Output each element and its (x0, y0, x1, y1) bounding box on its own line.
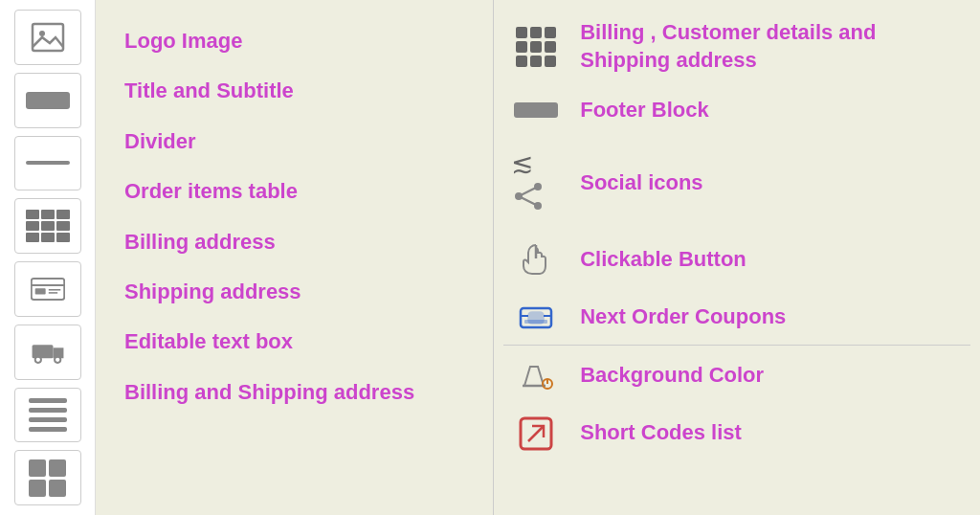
left-item-logo-image[interactable]: Logo Image (115, 17, 474, 65)
coupon-icon-container (511, 301, 561, 335)
sidebar-item-truck[interactable] (14, 325, 81, 380)
sidebar-item-lines[interactable] (14, 388, 81, 443)
left-item-order-items-table[interactable]: Order items table (115, 168, 474, 215)
touch-icon-container (511, 243, 561, 278)
right-row-clickable-button[interactable]: Clickable Button (503, 234, 970, 287)
left-item-title-subtitle[interactable]: Title and Subtitle (115, 67, 474, 115)
left-item-editable-text-box[interactable]: Editable text box (115, 318, 474, 366)
sidebar-item-card[interactable] (14, 261, 81, 317)
sidebar-item-image[interactable] (14, 10, 81, 65)
table-icon-shape (26, 210, 70, 242)
svg-line-22 (528, 426, 544, 441)
svg-point-1 (39, 31, 45, 36)
sidebar (0, 0, 96, 515)
paint-icon-container (511, 359, 561, 393)
sidebar-item-four-squares[interactable] (14, 450, 81, 505)
svg-point-10 (55, 356, 60, 362)
ext-link-icon-container (511, 416, 561, 451)
right-label-footer-block: Footer Block (580, 97, 708, 124)
svg-line-15 (519, 196, 538, 206)
left-item-shipping-address[interactable]: Shipping address (115, 268, 474, 316)
svg-rect-18 (524, 320, 547, 324)
svg-point-9 (34, 356, 40, 362)
share-icon-container: ≲ (511, 147, 561, 220)
right-label-social-icons: Social icons (580, 169, 702, 197)
flat-rect-icon-container (511, 102, 561, 118)
right-row-background-color[interactable]: Background Color (503, 349, 970, 403)
svg-rect-0 (33, 24, 63, 51)
right-label-background-color: Background Color (580, 362, 764, 390)
lines-icon-shape (29, 398, 67, 432)
left-item-billing-address[interactable]: Billing address (115, 218, 474, 266)
left-panel: Logo Image Title and Subtitle Divider Or… (96, 0, 494, 515)
left-item-billing-shipping-address[interactable]: Billing and Shipping address (115, 369, 474, 416)
main-content: Logo Image Title and Subtitle Divider Or… (96, 0, 980, 515)
svg-line-14 (519, 187, 538, 196)
right-row-social-icons[interactable]: ≲ Social icons (503, 138, 970, 230)
right-row-billing-details[interactable]: Billing , Customer details and Shipping … (503, 10, 970, 83)
right-panel: Billing , Customer details and Shipping … (494, 0, 980, 515)
divider-icon-shape (26, 161, 70, 165)
big-grid-icon-container (511, 27, 561, 67)
svg-rect-7 (32, 345, 53, 358)
rect-icon-shape (26, 92, 70, 109)
left-item-divider[interactable]: Divider (115, 118, 474, 166)
right-label-next-order-coupons: Next Order Coupons (580, 303, 786, 331)
share-icon: ≲ (511, 147, 561, 220)
right-row-footer-block[interactable]: Footer Block (503, 87, 970, 134)
right-label-short-codes-list: Short Codes list (580, 419, 742, 447)
sidebar-item-table[interactable] (14, 198, 81, 254)
right-row-short-codes-list[interactable]: Short Codes list (503, 407, 970, 460)
big-grid-icon (516, 27, 556, 67)
svg-rect-4 (34, 288, 45, 294)
four-squares-shape (29, 459, 66, 497)
sidebar-item-rectangle[interactable] (14, 73, 81, 128)
right-row-next-order-coupons[interactable]: Next Order Coupons (503, 291, 970, 346)
right-label-billing-details: Billing , Customer details and Shipping … (580, 19, 963, 74)
sidebar-item-divider[interactable] (14, 136, 81, 191)
flat-rect-icon (514, 102, 558, 118)
right-label-clickable-button: Clickable Button (580, 246, 746, 274)
